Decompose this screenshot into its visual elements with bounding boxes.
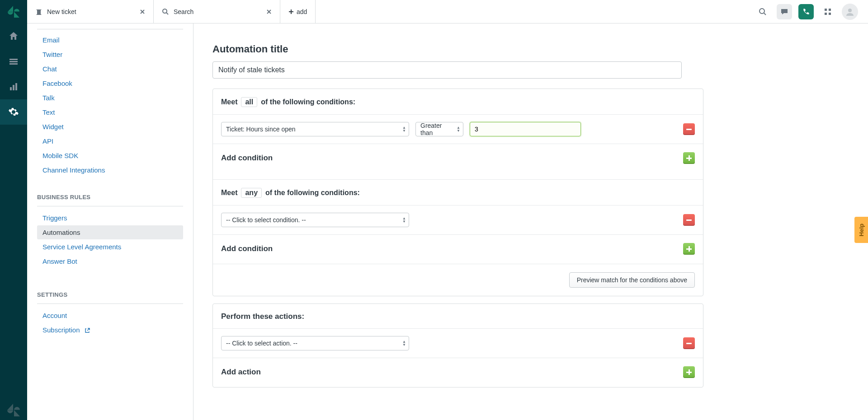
sidebar-header-settings: SETTINGS [27, 269, 193, 303]
pill-any: any [241, 188, 262, 198]
sidebar-settings-account[interactable]: Account [37, 308, 183, 322]
add-action-row: Add action [213, 358, 703, 379]
meet-prefix: Meet [221, 98, 237, 106]
ticket-icon [35, 8, 42, 15]
tab-add[interactable]: add [280, 0, 316, 23]
pill-all: all [241, 97, 257, 107]
sidebar-channels-api[interactable]: API [37, 134, 183, 148]
sidebar-settings-subscription-label: Subscription [42, 326, 80, 334]
sidebar-br-answerbot[interactable]: Answer Bot [37, 254, 183, 268]
main-content: Automation title Meet all of the followi… [193, 23, 868, 420]
help-label: Help [858, 224, 865, 236]
tab-title: New ticket [47, 8, 76, 15]
preview-match-button[interactable]: Preview match for the conditions above [569, 272, 695, 288]
topbar-search-button[interactable] [755, 4, 770, 19]
tab-new-ticket[interactable]: New ticket [27, 0, 154, 23]
svg-rect-14 [825, 9, 827, 11]
sidebar-header-business-rules: BUSINESS RULES [27, 177, 193, 206]
avatar[interactable] [842, 4, 858, 20]
add-action-button[interactable] [683, 366, 695, 378]
svg-point-18 [848, 9, 852, 12]
sidebar-channels-text[interactable]: Text [37, 105, 183, 119]
external-link-icon [85, 328, 90, 333]
chevron-updown-icon: ▲▼ [402, 217, 406, 223]
add-condition-any-row: Add condition [213, 234, 703, 256]
close-icon[interactable] [264, 7, 274, 16]
topbar: New ticket Search add [27, 0, 868, 23]
svg-marker-8 [7, 404, 13, 410]
actions-header-text: Perform these actions: [221, 312, 304, 321]
admin-sidebar: Email Twitter Chat Facebook Talk Text Wi… [27, 23, 193, 420]
zendesk-logo [0, 0, 27, 23]
svg-rect-2 [9, 59, 18, 60]
sidebar-channels-email[interactable]: Email [37, 33, 183, 47]
condition-value-input[interactable] [470, 122, 581, 136]
phone-button[interactable] [798, 4, 814, 19]
remove-action-button[interactable] [683, 337, 695, 349]
condition-any-row: -- Click to select condition. -- ▲▼ [213, 205, 703, 234]
condition-any-field-select[interactable]: -- Click to select condition. -- ▲▼ [221, 213, 409, 227]
condition-operator-select[interactable]: Greater than ▲▼ [415, 122, 463, 136]
left-rail [0, 0, 27, 420]
svg-marker-0 [8, 6, 13, 12]
add-action-label: Add action [221, 368, 261, 377]
condition-field-value: Ticket: Hours since open [226, 126, 296, 133]
sidebar-channels-talk[interactable]: Talk [37, 91, 183, 105]
add-condition-all-row: Add condition [213, 144, 703, 165]
rail-home[interactable] [0, 23, 27, 49]
sidebar-br-sla[interactable]: Service Level Agreements [37, 240, 183, 254]
actions-card: Perform these actions: -- Click to selec… [212, 303, 703, 387]
condition-field-select[interactable]: Ticket: Hours since open ▲▼ [221, 122, 409, 136]
svg-marker-1 [14, 12, 19, 18]
sidebar-br-triggers[interactable]: Triggers [37, 211, 183, 225]
action-row: -- Click to select action. -- ▲▼ [213, 328, 703, 358]
svg-line-11 [166, 13, 168, 14]
svg-rect-17 [829, 13, 831, 15]
add-condition-button[interactable] [683, 152, 695, 164]
sidebar-channels-twitter[interactable]: Twitter [37, 47, 183, 61]
svg-rect-7 [15, 83, 17, 90]
rail-reporting[interactable] [0, 74, 27, 99]
svg-point-12 [760, 9, 764, 14]
condition-all-row: Ticket: Hours since open ▲▼ Greater than… [213, 114, 703, 144]
sidebar-channels-mobile-sdk[interactable]: Mobile SDK [37, 149, 183, 163]
sidebar-br-automations[interactable]: Automations [37, 225, 183, 239]
help-tab[interactable]: Help [854, 217, 868, 243]
sidebar-channels-facebook[interactable]: Facebook [37, 76, 183, 90]
svg-rect-6 [13, 85, 14, 90]
tab-search[interactable]: Search [154, 0, 280, 23]
action-select[interactable]: -- Click to select action. -- ▲▼ [221, 336, 409, 350]
add-condition-label: Add condition [221, 244, 273, 253]
action-select-value: -- Click to select action. -- [226, 340, 297, 347]
automation-title-input[interactable] [212, 61, 682, 79]
meet-prefix: Meet [221, 189, 237, 197]
svg-point-10 [163, 9, 167, 13]
close-icon[interactable] [138, 7, 147, 16]
apps-button[interactable] [820, 4, 835, 19]
chevron-updown-icon: ▲▼ [402, 126, 406, 132]
chat-button[interactable] [777, 4, 792, 19]
svg-rect-16 [825, 13, 827, 15]
actions-header: Perform these actions: [213, 312, 703, 328]
conditions-card: Meet all of the following conditions: Ti… [212, 89, 703, 296]
sidebar-channels-integrations[interactable]: Channel Integrations [37, 163, 183, 177]
conditions-all-header: Meet all of the following conditions: [213, 97, 703, 114]
remove-condition-button[interactable] [683, 123, 695, 135]
page-title: Automation title [212, 43, 849, 55]
add-condition-button[interactable] [683, 243, 695, 255]
sidebar-channels-chat[interactable]: Chat [37, 62, 183, 76]
condition-operator-value: Greater than [420, 122, 450, 136]
condition-any-field-value: -- Click to select condition. -- [226, 216, 306, 224]
rail-views[interactable] [0, 49, 27, 74]
remove-condition-button[interactable] [683, 214, 695, 226]
tabs: New ticket Search add [27, 0, 316, 23]
search-icon [162, 8, 169, 15]
zendesk-mark [0, 404, 27, 416]
sidebar-settings-subscription[interactable]: Subscription [37, 323, 183, 337]
sidebar-channels-widget[interactable]: Widget [37, 120, 183, 134]
svg-rect-5 [10, 87, 12, 90]
tab-add-label: add [297, 8, 307, 15]
svg-line-13 [764, 13, 766, 15]
rail-admin[interactable] [0, 99, 27, 125]
svg-rect-3 [9, 61, 18, 62]
